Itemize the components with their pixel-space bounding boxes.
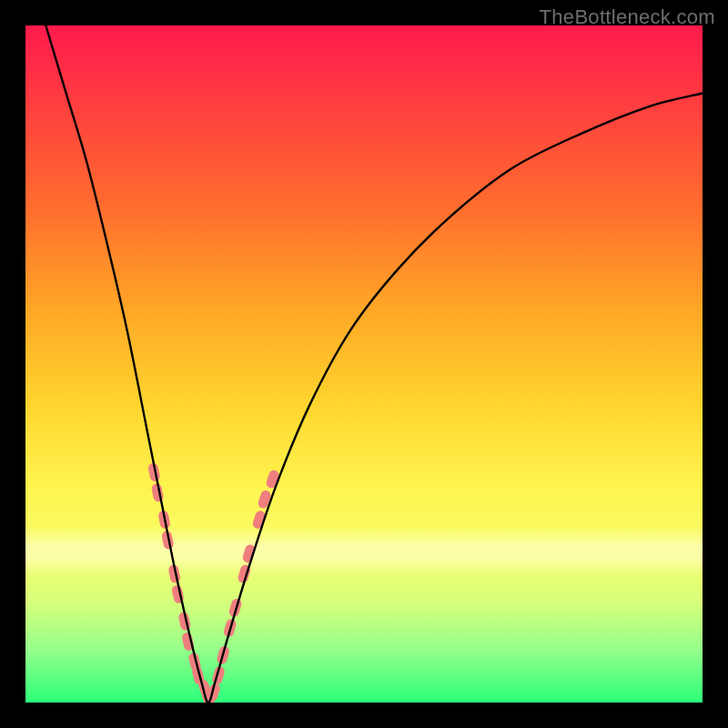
plot-area xyxy=(25,25,703,703)
marker-layer xyxy=(147,462,280,703)
outer-frame: TheBottleneck.com xyxy=(0,0,728,728)
chart-svg xyxy=(25,25,703,703)
bottleneck-curve xyxy=(46,25,703,703)
highlight-dot xyxy=(257,490,272,510)
